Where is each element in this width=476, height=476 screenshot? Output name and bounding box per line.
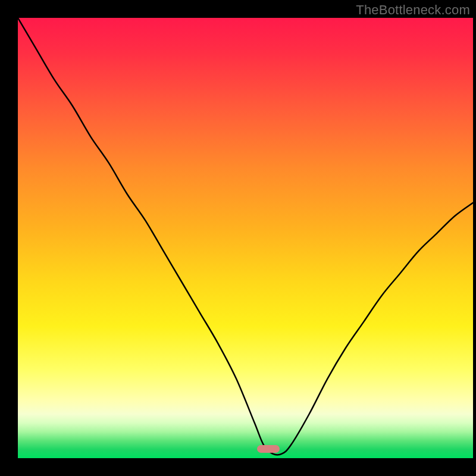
plot-area [18,18,473,458]
chart-frame: TheBottleneck.com [0,0,476,476]
valley-marker [257,445,280,453]
watermark-text: TheBottleneck.com [356,2,470,18]
bottleneck-curve [18,18,473,458]
